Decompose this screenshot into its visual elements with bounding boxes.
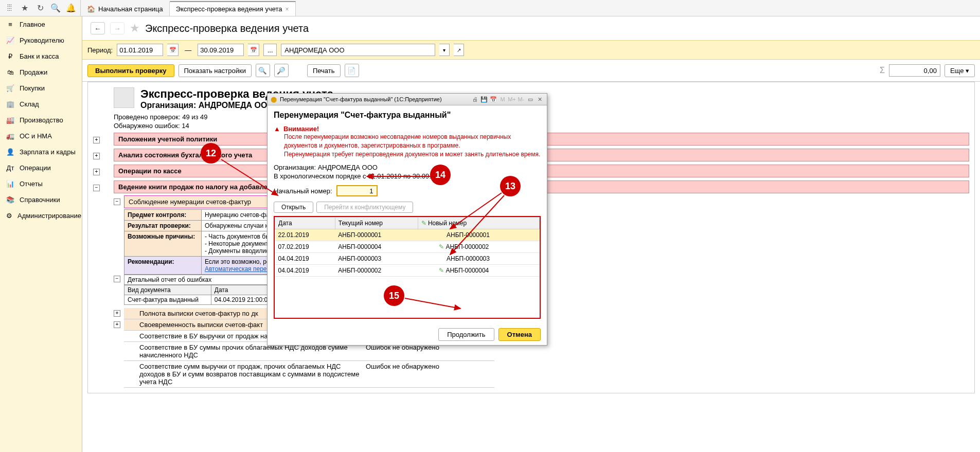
callout-12: 12 [201,143,221,164]
tree-toggle[interactable]: − [114,198,120,205]
sub-invoice-numbering[interactable]: Соблюдение нумерации счетов-фактур [124,195,278,208]
calendar-from-icon[interactable]: 📅 [167,44,179,56]
print-button[interactable]: Печать [307,64,341,77]
truck-icon: 🚛 [6,132,14,140]
sidebar-item-hr[interactable]: 👤Зарплата и кадры [0,144,82,160]
search-top-icon[interactable]: 🔍 [49,2,62,14]
apps-icon[interactable]: ⦙⦙⦙ [3,2,15,14]
favorite-icon[interactable]: ★ [130,22,140,35]
run-check-button[interactable]: Выполнить проверку [87,64,174,77]
table-row[interactable]: 04.04.2019АНБП-0000003АНБП-0000003 [275,253,540,265]
sidebar-item-refs[interactable]: 📚Справочники [0,192,82,208]
calendar-to-icon[interactable]: 📅 [248,44,259,56]
pencil-icon: ✎ [439,243,444,250]
tab-close-icon[interactable]: × [286,6,289,13]
sidebar-item-assets[interactable]: 🚛ОС и НМА [0,128,82,144]
more-button[interactable]: Еще ▾ [945,64,975,77]
tree-toggle[interactable]: + [93,137,100,143]
cell-label: Результат проверки: [124,221,202,231]
tree-toggle[interactable]: + [93,169,100,175]
tree-toggle[interactable]: + [114,321,120,328]
tree-toggle[interactable]: − [114,276,120,282]
bell-icon[interactable]: 🔔 [65,2,77,14]
gear-icon: ⚙ [6,212,12,220]
sigma-icon: Σ [880,66,885,75]
sidebar-item-admin[interactable]: ⚙Администрирование [0,208,82,224]
cell-label: Предмет контроля: [124,210,202,221]
minimize-icon[interactable]: ▭ [526,95,534,103]
forward-button[interactable]: → [110,22,124,34]
sum-input[interactable] [889,64,940,77]
tab-home[interactable]: 🏠 Начальная страница [81,2,170,16]
page-title: Экспресс-проверка ведения учета [145,23,309,34]
sidebar-item-sales[interactable]: 🛍Продажи [0,64,82,80]
date-to-input[interactable] [198,44,244,56]
m-icon: M [498,95,507,103]
cell: ✎ АНБП-0000002 [418,241,539,253]
org-dropdown-icon[interactable]: ▾ [439,44,450,56]
filter-bar: Период: 📅 — 📅 ... ▾ ↗ [82,40,980,60]
sidebar-item-operations[interactable]: ДтОперации [0,160,82,176]
factory-icon: 🏭 [6,116,14,124]
start-number-input[interactable] [336,185,378,196]
date-from-input[interactable] [117,44,163,56]
tab-active[interactable]: Экспресс-проверка ведения учета × [170,1,296,16]
tab-home-label: Начальная страница [98,5,163,13]
dt-icon: Дт [6,164,14,172]
building-icon: 🏢 [6,100,14,108]
search-back-icon[interactable]: 🔎 [274,64,289,77]
renumber-table: Дата Текущий номер ✎ Новый номер 22.01.2… [275,217,540,277]
open-button[interactable]: Открыть [274,202,313,213]
sidebar-label: Зарплата и кадры [20,148,76,156]
renumber-table-box: Дата Текущий номер ✎ Новый номер 22.01.2… [274,216,541,319]
table-row[interactable]: 22.01.2019АНБП-0000001АНБП-0000001 [275,229,540,241]
sidebar-item-reports[interactable]: 📊Отчеты [0,176,82,192]
cell: ✎ АНБП-0000004 [418,265,539,277]
dialog-titlebar[interactable]: ⬤ Перенумерация "Счет-фактура выданный" … [268,94,547,105]
col-date[interactable]: Дата [275,218,335,229]
sidebar-label: Покупки [20,84,45,92]
sidebar-item-production[interactable]: 🏭Производство [0,112,82,128]
tree-toggle[interactable]: + [114,310,120,317]
print-icon[interactable]: 🖨 [471,95,479,103]
continue-button[interactable]: Продолжить [438,328,494,341]
tree-toggle[interactable]: + [93,153,100,159]
table-row[interactable]: 07.02.2019АНБП-0000004✎ АНБП-0000002 [275,241,540,253]
period-picker-button[interactable]: ... [263,44,277,56]
star-icon[interactable]: ★ [19,2,31,14]
back-button[interactable]: ← [91,22,105,34]
calendar-icon[interactable]: 📅 [489,95,497,103]
sidebar-label: Руководителю [20,37,64,44]
print-preview-icon[interactable]: 📄 [345,64,359,77]
cell-label: Рекомендации: [124,257,202,275]
page-header: ← → ★ Экспресс-проверка ведения учета [82,16,980,40]
check-row[interactable]: Соответствие сумм выручки от продаж, про… [124,361,494,388]
col-current[interactable]: Текущий номер [335,218,418,229]
org-input[interactable] [281,44,435,56]
history-icon[interactable]: ↻ [34,2,46,14]
close-icon[interactable]: ✕ [536,95,544,103]
table-row[interactable]: 04.04.2019АНБП-0000002✎ АНБП-0000004 [275,265,540,277]
tree-toggle[interactable]: − [93,185,100,191]
chart-icon: 📈 [6,37,14,44]
save-icon[interactable]: 💾 [480,95,488,103]
sidebar-item-manager[interactable]: 📈Руководителю [0,32,82,48]
sidebar-item-main[interactable]: ≡Главное [0,16,82,32]
sidebar-item-purchases[interactable]: 🛒Покупки [0,80,82,96]
dialog-org: Организация: АНДРОМЕДА ООО [274,164,541,171]
sidebar-label: Отчеты [20,180,43,188]
app-1c-icon: ⬤ [271,96,277,103]
sidebar-label: Производство [20,116,63,124]
show-settings-button[interactable]: Показать настройки [179,64,252,77]
cancel-button[interactable]: Отмена [498,328,541,341]
sidebar-item-bank[interactable]: ₽Банк и касса [0,48,82,64]
table-cell[interactable]: Счет-фактура выданный [124,295,211,305]
search-icon[interactable]: 🔍 [256,64,270,77]
sidebar-label: Продажи [20,68,47,76]
callout-14: 14 [430,165,451,185]
report-doc-icon [114,87,134,108]
sidebar-item-warehouse[interactable]: 🏢Склад [0,96,82,112]
col-new[interactable]: ✎ Новый номер [418,218,539,229]
org-open-icon[interactable]: ↗ [454,44,464,56]
m-plus-icon: M+ [508,95,516,103]
